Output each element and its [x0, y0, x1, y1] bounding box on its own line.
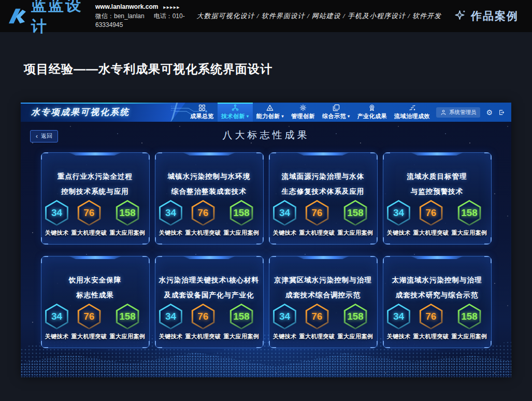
stat: 76 重大机理突破 [71, 304, 107, 340]
hexagon-badge: 34 [387, 304, 410, 330]
stat-label: 关键技术 [159, 333, 183, 340]
hexagon-badge: 76 [420, 200, 443, 226]
stat: 34 关键技术 [159, 200, 183, 237]
stat-label: 关键技术 [387, 333, 411, 340]
stat-label: 重大应用案例 [110, 229, 146, 237]
stat: 34 关键技术 [387, 304, 411, 340]
gear-icon[interactable]: ⚙ [486, 109, 493, 116]
stat-label: 重大机理突破 [413, 229, 449, 237]
achievement-card[interactable]: 流域面源污染治理与水体 生态修复技术体系及应用 34 关键技术 76 重大机理突… [269, 152, 378, 245]
nav-item-7[interactable]: 流域治理成效 [391, 103, 434, 122]
card-stats: 34 关键技术 76 重大机理突破 158 重大应用案例 [269, 200, 377, 237]
stat: 158 重大应用案例 [110, 200, 146, 237]
stat: 158 重大应用案例 [224, 304, 260, 340]
wechat-label: 微信：ben_lanlan [95, 12, 145, 20]
stat-label: 关键技术 [45, 333, 69, 340]
hexagon-badge: 34 [159, 200, 182, 226]
stat-value: 158 [119, 311, 136, 322]
nav-item-label: 能力创新 [256, 112, 280, 120]
stat: 76 重大机理突破 [299, 304, 335, 340]
stat-label: 重大应用案例 [452, 333, 487, 340]
stat-label: 重大应用案例 [224, 229, 260, 237]
stat: 76 重大机理突破 [413, 304, 449, 340]
app-header: 水专项成果可视化系统 成果总览 技术创新▾ 能力创新▾ 管理创新 综合示范▾ 产… [21, 103, 511, 122]
stat: 34 关键技术 [45, 304, 69, 340]
hexagon-badge: 34 [45, 200, 68, 226]
achievement-card[interactable]: 京津冀区域水污染控制与治理 成套技术综合调控示范 34 关键技术 76 重大机理… [269, 256, 378, 348]
stat-value: 34 [165, 207, 176, 219]
stat-label: 重大机理突破 [299, 229, 335, 237]
nav-item-1[interactable]: 成果总览 [186, 103, 218, 122]
nav-item-label: 成果总览 [190, 112, 214, 120]
achievement-card[interactable]: 流域水质目标管理 与监控预警技术 34 关键技术 76 重大机理突破 158 重… [383, 152, 492, 245]
stat: 34 关键技术 [45, 200, 69, 237]
achievement-card[interactable]: 水污染治理关键技术\核心材料 及成套设备国产化与产业化 34 关键技术 76 重… [155, 256, 264, 348]
hexagon-badge: 158 [344, 200, 367, 226]
hexagon-badge: 158 [458, 200, 481, 226]
stat: 158 重大应用案例 [452, 304, 487, 340]
card-stats: 34 关键技术 76 重大机理突破 158 重大应用案例 [41, 304, 149, 340]
stat-label: 重大应用案例 [338, 229, 373, 237]
nav-item-4[interactable]: 管理创新 [287, 103, 319, 122]
stat-label: 关键技术 [273, 333, 297, 340]
card-stats: 34 关键技术 76 重大机理突破 158 重大应用案例 [269, 304, 377, 340]
services-nav[interactable]: 大数据可视化设计 / 软件界面设计 / 网站建设 / 手机及小程序设计 / 软件… [197, 11, 441, 21]
app-title-banner: 水专项成果可视化系统 [21, 103, 185, 122]
portfolio-label: 作品案例 [471, 9, 519, 23]
hexagon-badge: 158 [116, 304, 139, 330]
stat-value: 158 [233, 207, 250, 219]
user-chip[interactable]: 系统管理员 [436, 107, 481, 118]
portfolio-link[interactable]: 作品案例 [454, 9, 519, 23]
card-stats: 34 关键技术 76 重大机理突破 158 重大应用案例 [155, 304, 263, 340]
stat-value: 158 [461, 207, 478, 219]
stat-value: 76 [425, 207, 436, 219]
stat-label: 重大应用案例 [338, 333, 373, 340]
logout-icon[interactable] [498, 109, 505, 116]
nav-item-label: 产业化成果 [357, 112, 387, 120]
layers-icon [333, 104, 340, 111]
hexagon-badge: 76 [192, 200, 215, 226]
person-icon [440, 109, 447, 116]
lanlan-logo-icon [7, 7, 27, 25]
nav-item-6[interactable]: 产业化成果 [354, 103, 391, 122]
achievement-card[interactable]: 重点行业水污染全过程 控制技术系统与应用 34 关键技术 76 重大机理突破 1… [41, 152, 150, 245]
app-body: ‹ 返回 八大标志性成果 重点行业水污染全过程 控制技术系统与应用 34 关键技… [21, 122, 511, 377]
hexagon-badge: 34 [273, 304, 296, 330]
achievement-cards-grid: 重点行业水污染全过程 控制技术系统与应用 34 关键技术 76 重大机理突破 1… [21, 152, 511, 348]
stat-value: 34 [279, 311, 290, 322]
card-title: 重点行业水污染全过程 控制技术系统与应用 [41, 169, 149, 199]
achievement-card[interactable]: 城镇水污染控制与水环境 综合整治整装成套技术 34 关键技术 76 重大机理突破… [155, 152, 264, 245]
stat: 34 关键技术 [273, 304, 297, 340]
website-link[interactable]: www.lanlanwork.com [95, 3, 159, 10]
hexagon-badge: 76 [306, 304, 329, 330]
stat-value: 76 [83, 207, 94, 219]
nav-item-3[interactable]: 能力创新▾ [253, 103, 288, 122]
nav-item-label: 综合示范 [322, 112, 346, 120]
card-title: 流域水质目标管理 与监控预警技术 [383, 169, 491, 199]
nav-item-5[interactable]: 综合示范▾ [319, 103, 354, 122]
hexagon-badge: 158 [116, 200, 139, 226]
hexagon-badge: 34 [273, 200, 296, 226]
achievement-card[interactable]: 太湖流域水污染控制与治理 成套技术研究与综合示范 34 关键技术 76 重大机理… [383, 256, 492, 348]
user-name: 系统管理员 [449, 109, 477, 116]
hexagon-badge: 76 [192, 304, 215, 330]
nav-item-2[interactable]: 技术创新▾ [218, 103, 253, 122]
hexagon-badge: 158 [230, 304, 253, 330]
app-screenshot: 水专项成果可视化系统 成果总览 技术创新▾ 能力创新▾ 管理创新 综合示范▾ 产… [21, 103, 511, 377]
stat-value: 34 [51, 207, 62, 219]
stat-value: 76 [311, 207, 322, 219]
card-stats: 34 关键技术 76 重大机理突破 158 重大应用案例 [383, 304, 491, 340]
brand-logo[interactable]: 蓝蓝设计 [7, 0, 87, 37]
stat-value: 76 [197, 207, 208, 219]
grid-icon [198, 104, 206, 111]
achievement-card[interactable]: 饮用水安全保障 标志性成果 34 关键技术 76 重大机理突破 158 重大应用… [41, 256, 150, 348]
app-nav: 成果总览 技术创新▾ 能力创新▾ 管理创新 综合示范▾ 产业化成果 流域治理成效 [186, 103, 434, 122]
hexagon-badge: 34 [159, 304, 182, 330]
brand-name: 蓝蓝设计 [31, 0, 87, 37]
hexagon-badge: 34 [387, 200, 410, 226]
stat-value: 34 [393, 207, 404, 219]
app-title: 水专项成果可视化系统 [31, 106, 130, 118]
hexagon-badge: 34 [45, 304, 68, 330]
page-title: 项目经验——水专利成果可视化系统界面设计 [24, 61, 532, 77]
site-header: 蓝蓝设计 www.lanlanwork.com▸▸▸▸▸ 微信：ben_lanl… [0, 0, 532, 32]
